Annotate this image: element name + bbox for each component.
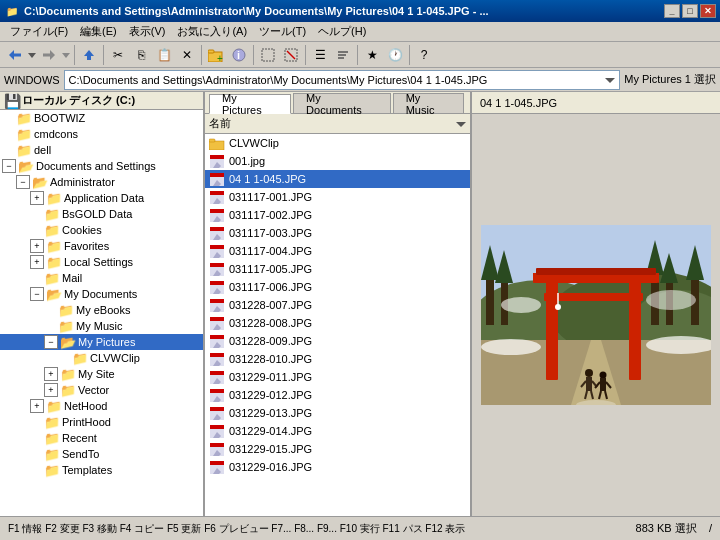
file-item[interactable]: 031117-006.JPG: [205, 278, 470, 296]
file-item[interactable]: 031229-011.JPG: [205, 368, 470, 386]
toolbar-sep-3: [201, 45, 202, 65]
menu-view[interactable]: 表示(V): [123, 22, 172, 41]
tree-item-dell[interactable]: 📁dell: [0, 142, 203, 158]
view-toggle[interactable]: ☰: [309, 44, 331, 66]
newdir-button[interactable]: +: [205, 44, 227, 66]
up-button[interactable]: [78, 44, 100, 66]
menu-help[interactable]: ヘルプ(H): [312, 22, 372, 41]
file-item[interactable]: 031229-014.JPG: [205, 422, 470, 440]
file-item[interactable]: 031228-009.JPG: [205, 332, 470, 350]
toolbar-sep-2: [103, 45, 104, 65]
svg-rect-40: [210, 227, 224, 231]
paste-button[interactable]: 📋: [153, 44, 175, 66]
file-name: 031229-015.JPG: [229, 443, 466, 455]
expander-vector[interactable]: +: [44, 383, 58, 397]
expander-mypictures[interactable]: −: [44, 335, 58, 349]
close-button[interactable]: ✕: [700, 4, 716, 18]
tree-item-recent[interactable]: 📁Recent: [0, 430, 203, 446]
tree-label-mail: Mail: [62, 272, 82, 284]
tree-header: 💾 ローカル ディスク (C:): [0, 92, 203, 110]
file-item[interactable]: 031229-015.JPG: [205, 440, 470, 458]
tree-item-docssettings[interactable]: −📂Documents and Settings: [0, 158, 203, 174]
help-button[interactable]: ?: [413, 44, 435, 66]
tree-item-localsettings[interactable]: +📁Local Settings: [0, 254, 203, 270]
address-input[interactable]: C:\Documents and Settings\Administrator\…: [64, 70, 621, 90]
expander-docssettings[interactable]: −: [2, 159, 16, 173]
tree-item-nethood[interactable]: +📁NetHood: [0, 398, 203, 414]
tab-mypictures[interactable]: My Pictures: [209, 94, 291, 114]
tree-item-clvwclip[interactable]: 📁CLVWClip: [0, 350, 203, 366]
tab-mydocuments[interactable]: My Documents: [293, 93, 391, 113]
right-label: My Pictures 1 選択: [624, 72, 716, 87]
delete-button[interactable]: ✕: [176, 44, 198, 66]
file-item[interactable]: 031229-013.JPG: [205, 404, 470, 422]
tree-item-mail[interactable]: 📁Mail: [0, 270, 203, 286]
file-item[interactable]: 04 1 1-045.JPG: [205, 170, 470, 188]
tree-item-templates[interactable]: 📁Templates: [0, 462, 203, 478]
forward-dropdown[interactable]: [61, 44, 71, 66]
properties-button[interactable]: i: [228, 44, 250, 66]
deselect-button[interactable]: [280, 44, 302, 66]
tree-item-printhood[interactable]: 📁PrintHood: [0, 414, 203, 430]
expander-appdata[interactable]: +: [30, 191, 44, 205]
sort-button[interactable]: [332, 44, 354, 66]
file-item[interactable]: 031117-002.JPG: [205, 206, 470, 224]
copy-button[interactable]: ⎘: [130, 44, 152, 66]
tree-item-sendto[interactable]: 📁SendTo: [0, 446, 203, 462]
tree-item-mysite[interactable]: +📁My Site: [0, 366, 203, 382]
image-icon: [209, 298, 225, 312]
file-name: 031229-012.JPG: [229, 389, 466, 401]
menu-edit[interactable]: 編集(E): [74, 22, 123, 41]
select-all-button[interactable]: [257, 44, 279, 66]
menu-tools[interactable]: ツール(T): [253, 22, 312, 41]
menu-file[interactable]: ファイル(F): [4, 22, 74, 41]
file-item[interactable]: 001.jpg: [205, 152, 470, 170]
file-item[interactable]: 031229-012.JPG: [205, 386, 470, 404]
tree-item-vector[interactable]: +📁Vector: [0, 382, 203, 398]
menu-favorites[interactable]: お気に入り(A): [171, 22, 253, 41]
folder-icon-recent: 📁: [44, 431, 60, 445]
file-item[interactable]: CLVWClip: [205, 134, 470, 152]
image-icon: [209, 370, 225, 384]
tree-item-bsgold[interactable]: 📁BsGOLD Data: [0, 206, 203, 222]
expander-nethood[interactable]: +: [30, 399, 44, 413]
expander-mydocuments[interactable]: −: [30, 287, 44, 301]
minimize-button[interactable]: _: [664, 4, 680, 18]
tree-item-administrator[interactable]: −📂Administrator: [0, 174, 203, 190]
expander-favorites[interactable]: +: [30, 239, 44, 253]
favorite-button[interactable]: ★: [361, 44, 383, 66]
folder-icon-administrator: 📂: [32, 175, 48, 189]
expander-administrator[interactable]: −: [16, 175, 30, 189]
file-item[interactable]: 031228-007.JPG: [205, 296, 470, 314]
svg-line-15: [287, 51, 295, 59]
expander-localsettings[interactable]: +: [30, 255, 44, 269]
titlebar-icon: 📁: [4, 3, 20, 19]
tree-item-myebooks[interactable]: 📁My eBooks: [0, 302, 203, 318]
back-button[interactable]: [4, 44, 26, 66]
tree-item-mymusic[interactable]: 📁My Music: [0, 318, 203, 334]
tree-item-cookies[interactable]: 📁Cookies: [0, 222, 203, 238]
filelist-header[interactable]: 名前: [205, 114, 470, 134]
file-item[interactable]: 031228-008.JPG: [205, 314, 470, 332]
file-item[interactable]: 031117-005.JPG: [205, 260, 470, 278]
file-item[interactable]: 031117-004.JPG: [205, 242, 470, 260]
history-button[interactable]: 🕐: [384, 44, 406, 66]
expander-mysite[interactable]: +: [44, 367, 58, 381]
file-item[interactable]: 031117-003.JPG: [205, 224, 470, 242]
maximize-button[interactable]: □: [682, 4, 698, 18]
tree-item-appdata[interactable]: +📁Application Data: [0, 190, 203, 206]
file-item[interactable]: 031117-001.JPG: [205, 188, 470, 206]
back-dropdown[interactable]: [27, 44, 37, 66]
tree-item-favorites[interactable]: +📁Favorites: [0, 238, 203, 254]
file-item[interactable]: 031228-010.JPG: [205, 350, 470, 368]
tree-item-bootwiz[interactable]: 📁BOOTWIZ: [0, 110, 203, 126]
tab-mymusic[interactable]: My Music: [393, 93, 464, 113]
tree-item-mypictures[interactable]: −📂My Pictures: [0, 334, 203, 350]
cut-button[interactable]: ✂: [107, 44, 129, 66]
forward-button[interactable]: [38, 44, 60, 66]
tree-item-cmdcons[interactable]: 📁cmdcons: [0, 126, 203, 142]
tree-item-mydocuments[interactable]: −📂My Documents: [0, 286, 203, 302]
file-name: 001.jpg: [229, 155, 466, 167]
folder-icon-bootwiz: 📁: [16, 111, 32, 125]
file-item[interactable]: 031229-016.JPG: [205, 458, 470, 476]
